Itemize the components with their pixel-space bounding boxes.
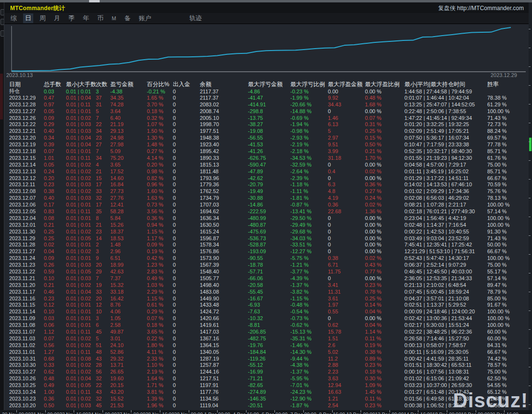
table-row[interactable]: 2023.10.230.360.01 | 0.023215.521.39 %01… xyxy=(4,395,529,402)
table-row[interactable]: 2023.12.070.400.01 | 0.033227.761.63 %01… xyxy=(4,194,529,201)
table-row[interactable]: 2023.12.210.400.01 | 0.033429.131.50 %01… xyxy=(4,128,529,134)
cell: -1.15 % xyxy=(290,296,328,301)
cell: 6.3 xyxy=(328,181,365,187)
toolbar-tab-季[interactable]: 季 xyxy=(66,13,77,23)
cell: -14.88 % xyxy=(290,108,328,114)
table-row[interactable]: 2023.11.020.560.01 | 0.025124.101.80 %01… xyxy=(4,342,529,349)
column-header: 百分比% xyxy=(147,80,173,89)
table-row[interactable]: 2023.10.200.500.01 | 0.034521.531.96 %01… xyxy=(4,402,529,409)
table-row[interactable]: 2023.10.241.000.01 | 0.114343.203.81 %01… xyxy=(4,388,529,395)
table-row[interactable]: 2023.11.280.020.01 | 0.0121.480.09 %0157… xyxy=(4,241,529,248)
toolbar-tab-综[interactable]: 综 xyxy=(9,13,19,23)
cell: 0.38 % xyxy=(365,349,404,355)
table-row[interactable]: 2023.10.260.480.01 | 0.043219.601.64 %01… xyxy=(4,375,529,382)
table-row[interactable]: 2023.12.130.240.01 | 0.022117.520.98 %01… xyxy=(4,168,529,175)
toolbar-tab-月[interactable]: 月 xyxy=(52,13,62,23)
table-row[interactable]: 2023.11.240.090.01 | 0.0196.510.42 %0157… xyxy=(4,255,529,261)
toolbar-tab-日[interactable]: 日 xyxy=(23,13,33,23)
table-row[interactable]: 2023.12.080.380.01 | 0.023327.731.60 %01… xyxy=(4,188,529,194)
table-row[interactable]: 2023.12.010.210.01 | 0.012115.260.94 %01… xyxy=(4,221,529,228)
table-row[interactable]: 2023.11.290.250.01 | 0.051418.531.17 %01… xyxy=(4,235,529,242)
cell: 75.76 % xyxy=(487,188,531,194)
table-row[interactable]: 2023.11.270.040.01 | 0.0232.960.19 %0157… xyxy=(4,248,529,255)
cell: 1630.50 xyxy=(200,222,248,228)
cell: 4.06 xyxy=(110,309,147,314)
toolbar-tab-周[interactable]: 周 xyxy=(38,13,48,23)
table-row[interactable]: 2023.11.200.210.01 | 0.021915.321.03 %01… xyxy=(4,282,529,288)
cell: 34.35 xyxy=(110,95,147,101)
toolbar-tab-年[interactable]: 年 xyxy=(81,13,91,23)
table-row[interactable]: 2023.11.210.100.01 | 0.0377.370.49 %0150… xyxy=(4,275,529,282)
equity-curve-svg xyxy=(4,24,529,73)
cell: 7:45:41 | 12:35:41 | 17:25:42 xyxy=(404,242,487,247)
cell: 0.00 % xyxy=(365,175,404,181)
cell: 1244.16 xyxy=(200,369,248,375)
table-row[interactable]: 2023.12.280.970.01 | 0.113174.283.70 %02… xyxy=(4,101,529,108)
cell: 1.80 % xyxy=(147,342,173,348)
titlebar[interactable]: MTCommander统计 复盘侠 http://MTCommander.com xyxy=(4,2,529,13)
table-row[interactable]: 2023.11.080.060.01 | 0.0162.580.18 %0141… xyxy=(4,322,529,328)
table-row[interactable]: 2023.11.150.120.01 | 0.01128.760.61 %014… xyxy=(4,302,529,309)
table-row[interactable]: 2023.11.030.070.01 | 0.0253.010.22 %0136… xyxy=(4,335,529,342)
cell: 14 xyxy=(96,235,110,241)
cell: 27 xyxy=(96,142,110,147)
table-row[interactable]: 2023.11.220.590.01 | 0.052942.632.83 %01… xyxy=(4,268,529,275)
table-row[interactable]: 2023.12.180.070.01 | 0.0175.090.27 %0189… xyxy=(4,148,529,155)
open-position-row[interactable]: 持仓0.030.01 | 0.013-4.38-0.21 %02117.37-4… xyxy=(4,88,529,94)
table-row[interactable]: 2023.11.300.250.01 | 0.022318.371.15 %01… xyxy=(4,228,529,235)
cell: 54.55 % xyxy=(487,382,531,388)
table-row[interactable]: 2023.12.140.050.01 | 0.0243.650.20 %0181… xyxy=(4,161,529,168)
cell: -34.53 % xyxy=(290,155,328,161)
cell: 57.14 % xyxy=(487,208,531,214)
table-row[interactable]: 2023.11.140.100.01 | 0.01104.060.29 %014… xyxy=(4,308,529,315)
table-row[interactable]: 2023.10.270.620.01 | 0.025626.652.19 %01… xyxy=(4,368,529,375)
cell: -19.76 xyxy=(248,342,290,348)
table-row[interactable]: 2023.12.151.010.01 | 0.113475.204.14 %01… xyxy=(4,155,529,161)
toolbar-tab-账户[interactable]: 账户 xyxy=(137,13,153,23)
cell: -0.69 % xyxy=(290,115,328,121)
table-row[interactable]: 2023.11.170.460.01 | 0.043333.182.29 %01… xyxy=(4,288,529,295)
table-row[interactable]: 2023.12.290.470.01 | 0.043734.351.65 %02… xyxy=(4,94,529,101)
cell: 0.01 | 0.02 xyxy=(66,362,96,368)
cell: 0.14 % xyxy=(365,302,404,308)
brand-url-link[interactable]: http://MTCommander.com xyxy=(457,5,524,12)
cell: 1596.87 xyxy=(200,235,248,241)
cell: -19.08 xyxy=(248,128,290,134)
toolbar-tab-币[interactable]: 币 xyxy=(95,13,105,23)
table-row[interactable]: 2023.10.300.330.01 | 0.022813.711.10 %01… xyxy=(4,362,529,369)
table-row[interactable]: 2023.12.110.230.01 | 0.031716.840.96 %01… xyxy=(4,181,529,188)
cell: 69.57 % xyxy=(487,135,531,141)
cell: 1.07 % xyxy=(147,121,173,127)
table-row[interactable]: 2023.12.190.390.01 | 0.042727.981.48 %01… xyxy=(4,141,529,148)
table-row[interactable]: 2023.12.120.200.01 | 0.021514.600.82 %01… xyxy=(4,175,529,181)
cell: 0 xyxy=(173,248,200,254)
cell: -146.35 xyxy=(248,396,290,401)
cell: 0 xyxy=(173,342,200,348)
table-row[interactable]: 2023.12.260.090.01 | 0.0276.400.32 %0200… xyxy=(4,115,529,121)
cell: 18.53 xyxy=(110,235,147,241)
toolbar-tab-M[interactable]: M xyxy=(110,15,118,22)
table-row[interactable]: 2023.11.230.260.01 | 0.032018.991.23 %01… xyxy=(4,261,529,268)
table-row[interactable]: 2023.12.200.340.01 | 0.042324.981.30 %01… xyxy=(4,134,529,141)
cell: 12.94 xyxy=(328,382,365,388)
table-row[interactable]: 2023.12.040.080.01 | 0.0185.840.36 %0163… xyxy=(4,215,529,221)
cell: 0 xyxy=(173,162,200,168)
table-row[interactable]: 2023.10.250.490.01 | 0.052220.151.71 %01… xyxy=(4,382,529,388)
table-row[interactable]: 2023.12.050.830.01 | 0.113558.283.56 %01… xyxy=(4,208,529,215)
cell: -0.87 % xyxy=(290,202,328,207)
column-header: 余额 xyxy=(200,80,248,89)
toolbar-tab-备[interactable]: 备 xyxy=(122,13,132,23)
table-row[interactable]: 2023.11.071.120.01 | 0.114549.873.65 %01… xyxy=(4,328,529,335)
table-row[interactable]: 2023.12.270.050.01 | 0.0153.640.18 %0200… xyxy=(4,108,529,115)
cell: 13.71 xyxy=(110,362,147,368)
table-row[interactable]: 2023.11.011.270.01 | 0.114852.864.11 %01… xyxy=(4,349,529,355)
table-row[interactable]: 2023.11.160.230.01 | 0.022016.421.15 %01… xyxy=(4,295,529,302)
table-row[interactable]: 2023.12.060.170.01 | 0.011712.410.73 %01… xyxy=(4,201,529,208)
toolbar-tab-轨迹[interactable]: 轨迹 xyxy=(187,13,204,23)
cell: 0.40 xyxy=(44,128,66,134)
table-row[interactable]: 2023.10.310.680.01 | 0.084329.322.33 %01… xyxy=(4,355,529,362)
table-row[interactable]: 2023.11.090.030.01 | 0.0131.050.07 %0142… xyxy=(4,315,529,322)
table-row[interactable]: 2023.12.220.290.01 | 0.032221.191.07 %01… xyxy=(4,121,529,128)
cell: 1:44:58 | 27:44:58 | 79:44:59 xyxy=(404,89,487,94)
cell: 3.70 % xyxy=(147,102,173,107)
